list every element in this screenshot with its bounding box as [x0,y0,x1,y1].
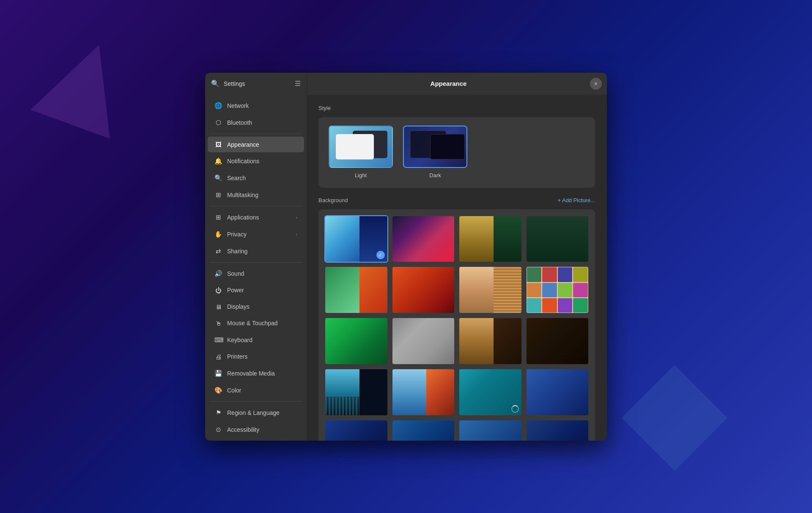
background-section-title: Background [318,197,348,203]
wallpaper-item-13[interactable] [324,368,388,416]
loading-ring-icon [511,405,519,413]
wallpaper-item-18[interactable] [392,420,455,441]
sidebar-item-appearance[interactable]: 🖼 Appearance [208,137,304,152]
selected-check-icon: ✓ [376,251,385,259]
wallpaper-item-3[interactable] [458,215,522,263]
sidebar-separator-3 [209,262,302,263]
background-header: Background + Add Picture... [318,197,595,203]
menu-icon[interactable]: ☰ [295,80,301,88]
removable-icon: 💾 [214,370,222,377]
titlebar-main-label: Appearance [431,80,467,87]
sidebar-item-label: Search [227,175,246,181]
sidebar-item-multitasking[interactable]: ⊞ Multitasking [208,187,304,203]
settings-window: 🔍 Settings ☰ Appearance × 🌐 Network ⬡ Bl… [205,73,607,441]
sidebar-item-search[interactable]: 🔍 Search [208,170,304,186]
style-section-title: Style [318,105,595,111]
sidebar-item-label: Accessibility [227,426,259,433]
wallpaper-item-2[interactable] [392,215,455,263]
sidebar-item-label: Applications [227,214,259,221]
dark-preview [403,126,467,168]
wallpaper-item-6[interactable] [392,266,455,314]
displays-icon: 🖥 [214,303,222,310]
wallpaper-item-10[interactable] [392,317,455,365]
wallpaper-item-15[interactable] [458,368,522,416]
wallpaper-item-20[interactable] [526,420,590,441]
sidebar-item-label: Privacy [227,231,247,238]
sidebar-item-removable[interactable]: 💾 Removable Media [208,365,304,381]
style-card: Light Dark [318,117,595,188]
color-icon: 🎨 [214,387,222,394]
chevron-right-icon: › [296,215,297,220]
wallpaper-item-16[interactable] [526,368,590,416]
wallpaper-item-7[interactable] [458,266,522,314]
sidebar-item-label: Power [227,287,244,294]
sidebar-separator-2 [209,206,302,206]
wallpaper-item-14[interactable] [392,368,455,416]
search-icon[interactable]: 🔍 [211,80,219,88]
light-window-mock [336,134,374,159]
sidebar-item-label: Removable Media [227,370,275,377]
sidebar-item-label: Sound [227,270,244,277]
sidebar-item-accessibility[interactable]: ⊙ Accessibility [208,422,304,438]
sidebar-item-notifications[interactable]: 🔔 Notifications [208,153,304,169]
wallpaper-item-5[interactable] [324,266,388,314]
sharing-icon: ⇄ [214,247,222,255]
sidebar-item-label: Network [227,102,249,109]
sidebar-item-keyboard[interactable]: ⌨ Keyboard [208,332,304,348]
titlebar-center: Appearance [307,80,590,87]
sidebar-item-printers[interactable]: 🖨 Printers [208,349,304,365]
sidebar-item-label: Appearance [227,141,259,148]
wallpaper-item-8[interactable] [526,266,590,314]
wallpaper-item-11[interactable] [458,317,522,365]
titlebar-settings-label: Settings [224,80,245,87]
wallpaper-item-12[interactable] [526,317,590,365]
sidebar-item-label: Region & Language [227,409,280,416]
style-option-dark[interactable]: Dark [403,126,467,178]
sidebar-item-applications[interactable]: ⊞ Applications › [208,209,304,225]
sidebar-item-region[interactable]: ⚑ Region & Language [208,405,304,421]
sidebar-item-power[interactable]: ⏻ Power [208,283,304,298]
network-icon: 🌐 [214,102,222,110]
chevron-right-icon: › [296,232,297,237]
sidebar-item-displays[interactable]: 🖥 Displays [208,299,304,315]
sidebar-item-sharing[interactable]: ⇄ Sharing [208,243,304,259]
search-nav-icon: 🔍 [214,174,222,182]
sidebar-item-label: Color [227,387,241,394]
light-preview [329,126,393,168]
appearance-icon: 🖼 [214,141,222,148]
sidebar-item-bluetooth[interactable]: ⬡ Bluetooth [208,115,304,131]
sidebar-item-color[interactable]: 🎨 Color [208,382,304,398]
sidebar-item-privacy[interactable]: ✋ Privacy › [208,226,304,242]
wallpaper-grid: ✓ [318,209,595,441]
titlebar-left: 🔍 Settings ☰ [205,80,307,88]
style-option-light[interactable]: Light [329,126,393,178]
window-body: 🌐 Network ⬡ Bluetooth 🖼 Appearance 🔔 Not… [205,95,607,441]
sidebar-item-sound[interactable]: 🔊 Sound [208,266,304,282]
accessibility-icon: ⊙ [214,426,222,433]
sidebar-item-label: Mouse & Touchpad [227,320,278,326]
sidebar-item-label: Sharing [227,248,247,255]
mouse-icon: 🖱 [214,320,222,327]
region-icon: ⚑ [214,409,222,417]
sidebar-item-label: Multitasking [227,192,258,198]
wallpaper-item-4[interactable] [526,215,590,263]
keyboard-icon: ⌨ [214,336,222,344]
sidebar-item-network[interactable]: 🌐 Network [208,98,304,114]
sidebar-item-mouse[interactable]: 🖱 Mouse & Touchpad [208,315,304,331]
applications-icon: ⊞ [214,214,222,221]
sidebar-item-label: Printers [227,353,247,360]
wallpaper-item-1[interactable]: ✓ [324,215,388,263]
wallpaper-item-9[interactable] [324,317,388,365]
wallpaper-item-19[interactable] [458,420,522,441]
wallpaper-item-17[interactable] [324,420,388,441]
multitasking-icon: ⊞ [214,191,222,199]
main-content: Style Light [307,95,607,441]
sound-icon: 🔊 [214,270,222,277]
style-dark-label: Dark [429,172,441,178]
close-button[interactable]: × [590,78,602,90]
notifications-icon: 🔔 [214,157,222,165]
privacy-icon: ✋ [214,230,222,238]
bluetooth-icon: ⬡ [214,119,222,126]
style-options: Light Dark [329,126,585,178]
add-picture-button[interactable]: + Add Picture... [557,197,595,203]
